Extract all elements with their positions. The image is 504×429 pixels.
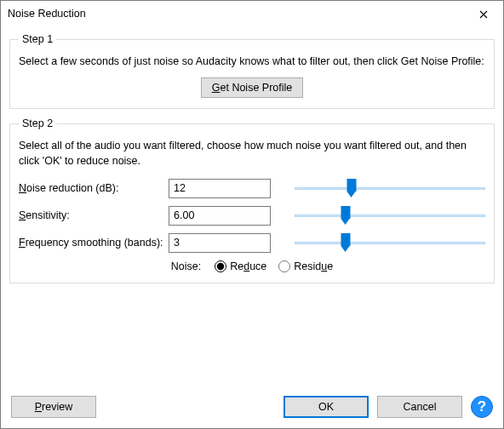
help-icon: ?	[478, 398, 486, 415]
slider-track	[295, 242, 485, 244]
slider-thumb[interactable]	[341, 233, 351, 252]
slider-thumb-tip-icon	[341, 219, 350, 225]
freq-smoothing-slider[interactable]	[295, 233, 485, 252]
freq-smoothing-row: Frequency smoothing (bands):	[19, 232, 485, 254]
slider-thumb-tip-icon	[341, 246, 350, 252]
step2-instructions: Select all of the audio you want filtere…	[19, 138, 485, 169]
step2-legend: Step 2	[19, 117, 56, 129]
noise-reduction-row: Noise reduction (dB):	[19, 177, 485, 199]
step1-group: Step 1 Select a few seconds of just nois…	[9, 33, 495, 109]
close-button[interactable]	[464, 1, 503, 26]
noise-reduction-input[interactable]	[169, 179, 271, 198]
sensitivity-slider[interactable]	[295, 206, 485, 225]
radio-residue-label: Residue	[294, 260, 333, 272]
ok-button[interactable]: OK	[284, 396, 369, 418]
noise-mode-label: Noise:	[171, 260, 201, 272]
slider-track	[295, 214, 485, 217]
cancel-button[interactable]: Cancel	[377, 396, 462, 418]
step1-legend: Step 1	[19, 33, 56, 45]
slider-thumb-body	[341, 206, 351, 219]
freq-smoothing-input[interactable]	[169, 233, 271, 253]
slider-track	[295, 187, 485, 190]
btn-suffix: et Noise Profile	[220, 82, 292, 94]
radio-residue[interactable]: Residue	[278, 260, 333, 272]
dialog-window: Noise Reduction Step 1 Select a few seco…	[0, 0, 504, 429]
radio-residue-input[interactable]	[278, 260, 290, 272]
slider-thumb[interactable]	[347, 179, 357, 197]
slider-thumb[interactable]	[341, 206, 351, 225]
slider-thumb-tip-icon	[347, 192, 356, 197]
sensitivity-row: Sensitivity:	[19, 204, 485, 226]
step1-instructions: Select a few seconds of just noise so Au…	[19, 54, 485, 69]
radio-reduce-input[interactable]	[215, 260, 226, 272]
noise-reduction-slider[interactable]	[295, 179, 485, 197]
step2-group: Step 2 Select all of the audio you want …	[9, 117, 495, 283]
noise-reduction-label: Noise reduction (dB):	[19, 182, 169, 194]
help-button[interactable]: ?	[471, 396, 493, 418]
button-bar: Preview OK Cancel ?	[9, 394, 495, 420]
slider-thumb-body	[347, 179, 357, 192]
window-title: Noise Reduction	[8, 8, 464, 20]
get-noise-profile-button[interactable]: Get Noise Profile	[201, 77, 304, 98]
freq-smoothing-label: Frequency smoothing (bands):	[19, 237, 169, 249]
slider-thumb-body	[341, 233, 351, 246]
sensitivity-input[interactable]	[169, 206, 271, 226]
noise-mode-row: Noise: Reduce Residue	[19, 260, 485, 272]
sensitivity-label: Sensitivity:	[19, 209, 169, 221]
titlebar: Noise Reduction	[1, 1, 503, 26]
client-area: Step 1 Select a few seconds of just nois…	[1, 26, 503, 428]
radio-reduce[interactable]: Reduce	[215, 260, 266, 272]
preview-button[interactable]: Preview	[11, 396, 96, 418]
radio-reduce-label: Reduce	[230, 260, 266, 272]
close-icon	[479, 7, 488, 21]
